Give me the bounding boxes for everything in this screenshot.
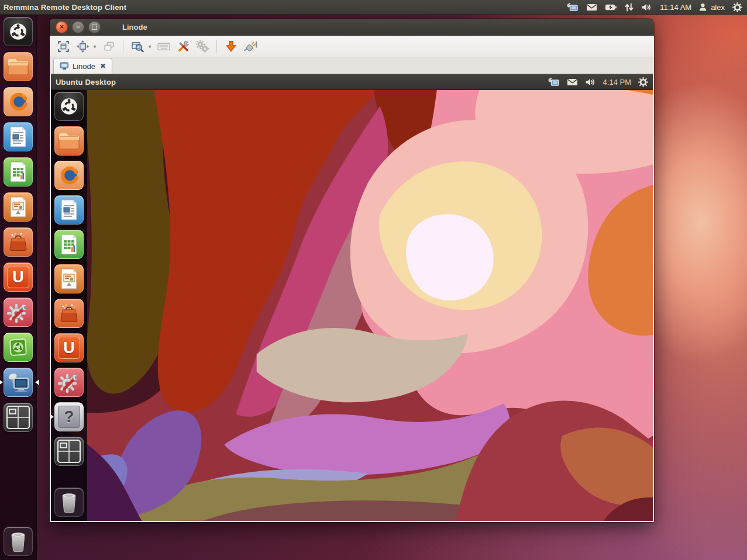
volume-icon[interactable] [585,78,596,87]
zoom-button[interactable] [129,38,146,54]
libreoffice-writer-icon[interactable] [4,122,33,151]
remote-ubuntu-software-center-icon[interactable] [54,299,84,328]
grab-keyboard-button[interactable] [155,38,173,54]
duplicate-connection-button[interactable] [100,38,118,54]
remote-ubuntu-one-icon[interactable]: U [54,333,84,362]
home-folder-icon[interactable] [4,52,33,81]
tab-linode[interactable]: Linode ✖ [53,58,112,74]
remote-desktop-icon[interactable] [566,2,579,12]
remote-system-tray: 4:14 PM [548,77,648,87]
scaled-mode-button[interactable] [74,38,91,54]
remote-libreoffice-calc-icon[interactable] [54,230,84,259]
remote-unknown-window-icon[interactable]: ? [54,402,84,431]
tab-label: Linode [73,62,95,71]
remote-firefox-icon[interactable] [54,161,84,190]
remmina-icon[interactable] [4,368,33,397]
remote-workspace-switcher-icon[interactable] [54,437,84,466]
fullscreen-button[interactable] [54,38,72,54]
zoom-dropdown[interactable]: ▾ [146,43,153,50]
ubuntu-one-glyph: U [7,266,29,288]
libreoffice-calc-icon[interactable] [4,157,33,186]
remote-libreoffice-writer-icon[interactable] [54,195,84,224]
ubuntu-software-icon[interactable] [4,333,33,362]
firefox-icon[interactable] [4,87,33,116]
session-gear-icon[interactable] [732,2,742,12]
disconnect-button[interactable] [242,38,259,54]
volume-icon[interactable] [641,3,652,12]
battery-icon[interactable] [605,4,617,11]
window-maximize-button[interactable] [88,21,101,33]
libreoffice-impress-icon[interactable] [4,192,33,222]
remote-top-panel: Ubuntu Desktop 4:14 PM [51,74,653,90]
tab-close-icon[interactable]: ✖ [100,62,106,70]
remmina-toolbar: ▾ ▾ [50,36,654,57]
remote-desktop-viewport[interactable]: Ubuntu Desktop 4:14 PM [50,74,654,522]
remote-unity-launcher: U ? [51,89,87,521]
mail-icon[interactable] [567,78,578,86]
panel-title: Remmina Remote Desktop Client [4,3,126,12]
ubuntu-one-glyph: U [58,337,80,359]
minimize-to-tray-button[interactable] [222,38,240,54]
remote-wallpaper [51,74,653,521]
system-settings-icon[interactable] [4,298,33,327]
preferences-button[interactable] [194,38,211,54]
unity-launcher: U [0,14,37,560]
remmina-window: × − Linode ▾ ▾ Linode ✖ [50,19,654,522]
tab-bar: Linode ✖ [50,57,654,74]
tools-button[interactable] [174,38,192,54]
remote-clock[interactable]: 4:14 PM [603,78,631,87]
remote-libreoffice-impress-icon[interactable] [54,264,84,293]
remote-home-folder-icon[interactable] [54,126,84,155]
sync-arrows-icon[interactable] [625,3,634,12]
system-tray: 11:14 AM alex [566,2,742,12]
session-gear-icon[interactable] [638,77,648,87]
tab-monitor-icon [60,62,69,70]
remote-system-settings-icon[interactable] [54,368,84,397]
question-mark-glyph: ? [58,406,80,428]
window-minimize-button[interactable]: − [72,21,84,33]
trash-icon[interactable] [4,527,33,556]
running-pip [0,379,6,385]
ubuntu-software-center-icon[interactable] [4,227,33,257]
scaled-mode-dropdown[interactable]: ▾ [91,43,98,50]
top-panel: Remmina Remote Desktop Client 11:14 AM a… [0,0,747,15]
ubuntu-one-icon[interactable]: U [4,262,33,292]
window-title: Linode [122,23,147,32]
remote-panel-title: Ubuntu Desktop [56,78,116,87]
desktop-root: { "desktop_panel": { "title": "Remmina R… [0,0,747,560]
clock[interactable]: 11:14 AM [660,3,691,12]
window-titlebar[interactable]: × − Linode [50,19,654,36]
user-icon[interactable] [699,3,707,11]
toolbar-separator [216,40,217,53]
remote-desktop-icon[interactable] [548,77,560,87]
mail-icon[interactable] [586,4,597,11]
toolbar-separator [123,40,123,53]
dash-home-icon[interactable] [4,17,33,46]
username-label[interactable]: alex [711,3,725,12]
remote-dash-home-icon[interactable] [54,92,84,121]
workspace-switcher-icon[interactable] [4,403,33,432]
window-close-button[interactable]: × [56,21,68,33]
running-pip [50,414,57,420]
remote-trash-icon[interactable] [54,488,84,517]
focused-arrow [32,379,39,385]
